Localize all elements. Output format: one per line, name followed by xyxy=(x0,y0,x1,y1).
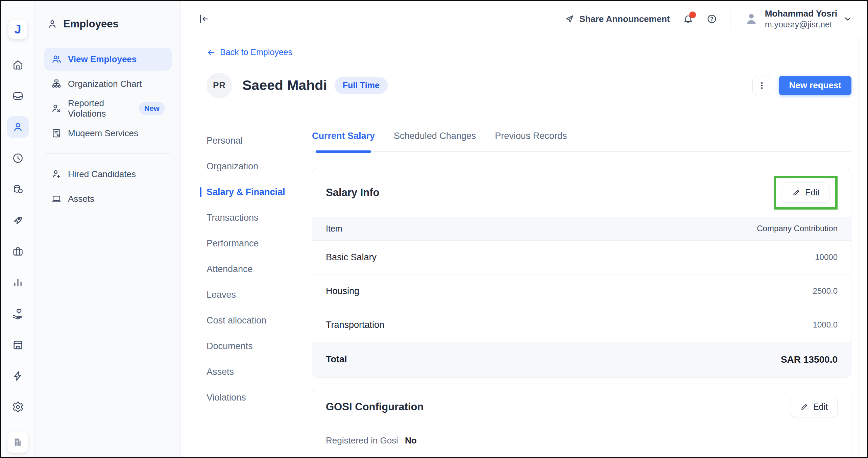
sidebar-item-label: Assets xyxy=(68,194,94,204)
new-badge: New xyxy=(139,102,165,115)
tab-previous-records[interactable]: Previous Records xyxy=(495,131,567,141)
employee-name: Saeed Mahdi xyxy=(242,77,327,93)
salary-info-card: Salary Info Edit Item Company Contributi… xyxy=(312,168,851,378)
laptop-icon xyxy=(51,193,62,204)
sidebar-menu: View Employees Organization Chart Report… xyxy=(44,48,172,210)
nav-item-personal[interactable]: Personal xyxy=(207,136,243,146)
rocket-icon[interactable] xyxy=(11,214,24,227)
automations-icon[interactable] xyxy=(11,369,24,382)
sidebar-item-view-employees[interactable]: View Employees xyxy=(44,48,172,71)
gosi-edit-button[interactable]: Edit xyxy=(790,397,838,417)
nav-item-documents[interactable]: Documents xyxy=(207,341,253,352)
collapse-sidebar-icon[interactable] xyxy=(198,13,210,25)
user-name: Mohammad Yosri xyxy=(765,8,837,19)
user-menu[interactable]: Mohammad Yosri m.yousry@jisr.net xyxy=(743,8,853,30)
vertical-scrollbar[interactable] xyxy=(859,38,866,456)
registered-in-gosi-label: Registered in Gosi xyxy=(326,435,398,446)
header-actions: New request xyxy=(752,76,851,95)
edit-highlight-box: Edit xyxy=(774,176,838,210)
new-request-button[interactable]: New request xyxy=(779,76,851,95)
chevron-down-icon[interactable] xyxy=(843,14,853,24)
gosi-configuration-card: GOSI Configuration Edit Registered in Go… xyxy=(312,388,851,457)
gosi-title: GOSI Configuration xyxy=(326,401,424,413)
profile-section-nav: Personal Organization Salary & Financial… xyxy=(207,131,312,457)
nav-item-organization[interactable]: Organization xyxy=(207,161,258,172)
employment-type-badge: Full Time xyxy=(335,77,388,94)
column-company-contribution: Company Contribution xyxy=(757,224,838,233)
tab-scheduled-changes[interactable]: Scheduled Changes xyxy=(394,131,476,141)
salary-info-title: Salary Info xyxy=(326,187,380,199)
employee-initials: PR xyxy=(213,80,226,91)
sidebar-item-assets[interactable]: Assets xyxy=(44,187,172,210)
nav-item-salary-financial[interactable]: Salary & Financial xyxy=(207,187,285,197)
jisr-logo[interactable]: J xyxy=(8,20,27,39)
sidebar-item-muqeem-services[interactable]: Muqeem Services xyxy=(44,122,172,145)
profile-body: Personal Organization Salary & Financial… xyxy=(207,131,851,457)
registered-in-gosi-value: No xyxy=(405,435,417,446)
main-area: Share Announcement Mohammad Yosri xyxy=(181,1,867,457)
topbar-right: Share Announcement Mohammad Yosri xyxy=(564,8,853,30)
help-icon[interactable] xyxy=(706,14,717,24)
briefcase-icon[interactable] xyxy=(11,245,24,258)
nav-item-transactions[interactable]: Transactions xyxy=(207,213,259,223)
employee-avatar: PR xyxy=(207,73,232,98)
column-item: Item xyxy=(326,224,342,234)
payroll-icon[interactable] xyxy=(11,183,24,196)
document-icon xyxy=(51,128,62,139)
employees-icon[interactable] xyxy=(7,116,29,138)
salary-panel: Current Salary Scheduled Changes Previou… xyxy=(312,131,851,457)
user-email: m.yousry@jisr.net xyxy=(765,19,837,30)
rail-nav xyxy=(7,58,29,453)
sidebar-item-label: Reported Violations xyxy=(68,98,132,119)
table-row-transportation: Transportation 1000.0 xyxy=(312,308,851,342)
back-to-employees-link[interactable]: Back to Employees xyxy=(207,47,292,57)
benefits-icon[interactable] xyxy=(11,307,24,320)
time-icon[interactable] xyxy=(11,152,24,165)
share-announcement-label: Share Announcement xyxy=(579,14,670,24)
send-icon xyxy=(564,14,575,24)
notifications-bell-icon[interactable] xyxy=(683,14,694,24)
sidebar-item-organization-chart[interactable]: Organization Chart xyxy=(44,72,172,95)
notification-dot xyxy=(689,11,696,18)
sidebar-item-label: Muqeem Services xyxy=(68,128,138,139)
employee-profile-content: Back to Employees PR Saeed Mahdi Full Ti… xyxy=(181,37,867,457)
salary-table-header: Item Company Contribution xyxy=(312,217,851,240)
inbox-icon[interactable] xyxy=(11,90,24,102)
person-icon xyxy=(47,19,58,29)
sidebar-item-hired-candidates[interactable]: Hired Candidates xyxy=(44,163,172,186)
gosi-header: GOSI Configuration Edit xyxy=(312,388,851,426)
nav-item-attendance[interactable]: Attendance xyxy=(207,264,253,274)
salary-edit-button[interactable]: Edit xyxy=(782,183,829,203)
sidebar-item-reported-violations[interactable]: Reported Violations New xyxy=(44,97,172,120)
company-building-icon[interactable] xyxy=(7,432,28,453)
people-icon xyxy=(51,54,62,65)
sidebar-item-label: Organization Chart xyxy=(68,79,142,89)
module-sidebar: Employees View Employees Organization Ch… xyxy=(35,1,181,457)
share-announcement-button[interactable]: Share Announcement xyxy=(564,14,670,24)
nav-item-performance[interactable]: Performance xyxy=(207,238,259,249)
home-icon[interactable] xyxy=(11,58,24,71)
tab-current-salary[interactable]: Current Salary xyxy=(312,131,375,141)
nav-item-assets[interactable]: Assets xyxy=(207,367,234,377)
marketplace-icon[interactable] xyxy=(11,338,24,351)
salary-info-header: Salary Info Edit xyxy=(312,168,851,217)
table-row-housing: Housing 2500.0 xyxy=(312,274,851,308)
pencil-icon xyxy=(792,188,800,197)
jisr-logo-letter: J xyxy=(14,22,21,37)
more-options-icon[interactable] xyxy=(752,76,771,95)
user-meta: Mohammad Yosri m.yousry@jisr.net xyxy=(765,8,837,30)
nav-item-leaves[interactable]: Leaves xyxy=(207,290,236,300)
settings-icon[interactable] xyxy=(11,401,24,413)
nav-item-cost-allocation[interactable]: Cost allocation xyxy=(207,315,266,326)
salary-tabs: Current Salary Scheduled Changes Previou… xyxy=(312,131,851,152)
icon-rail: J xyxy=(1,1,35,457)
employee-header: PR Saeed Mahdi Full Time New request xyxy=(207,73,851,98)
org-chart-icon xyxy=(51,78,62,89)
back-arrow-icon xyxy=(207,48,216,57)
reports-icon[interactable] xyxy=(11,276,24,289)
gosi-body: Registered in Gosi No xyxy=(312,426,851,455)
table-row-basic-salary: Basic Salary 10000 xyxy=(312,240,851,274)
sidebar-title: Employees xyxy=(63,18,119,30)
nav-item-violations[interactable]: Violations xyxy=(207,392,246,403)
pencil-icon xyxy=(800,403,809,411)
